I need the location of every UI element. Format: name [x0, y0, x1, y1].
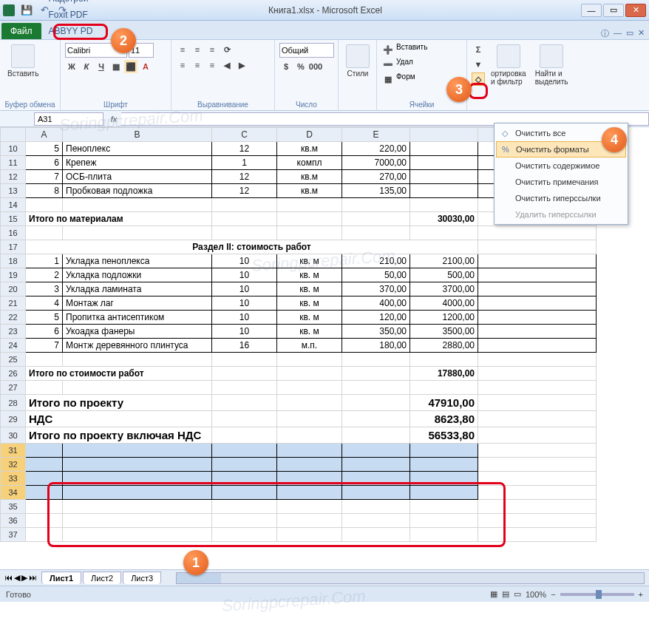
sheet-tab-Лист2[interactable]: Лист2 [83, 572, 121, 584]
cell-10-C[interactable]: 12 [212, 142, 277, 156]
row-header-29[interactable]: 29 [1, 411, 26, 427]
cell-20-F[interactable]: 3700,00 [410, 282, 478, 296]
cell-34-4[interactable] [342, 486, 410, 500]
align-left-button[interactable]: ≡ [176, 58, 189, 72]
sheet-nav-first[interactable]: ⏮ [4, 573, 13, 583]
zoom-in-button[interactable]: + [639, 590, 643, 599]
cell-24-D[interactable]: м.п. [277, 339, 342, 353]
cell-18-B[interactable]: Укладка пеноплекса [63, 254, 212, 268]
cell-16-D[interactable] [277, 226, 342, 240]
indent-dec-button[interactable]: ◀ [220, 58, 234, 72]
find-select-button[interactable]: Найти ивыделить [532, 43, 571, 87]
align-top-button[interactable]: ≡ [176, 43, 189, 56]
align-bottom-button[interactable]: ≡ [205, 43, 219, 56]
cell-10-F[interactable] [410, 142, 478, 156]
paste-button[interactable]: Вставить [4, 43, 41, 79]
cell-32-0[interactable] [26, 458, 63, 472]
cell-30-AB[interactable]: Итого по проекту включая НДС [26, 427, 212, 444]
cell-25-A[interactable] [26, 353, 63, 367]
row-header-13[interactable]: 13 [1, 184, 26, 198]
cell-22-C[interactable]: 10 [212, 311, 277, 325]
cell-37-A[interactable] [26, 528, 63, 542]
cell-27-B[interactable] [63, 381, 212, 395]
sheet-tab-Лист3[interactable]: Лист3 [123, 572, 161, 584]
row-header-18[interactable]: 18 [1, 254, 26, 268]
cell-22-F[interactable]: 1200,00 [410, 311, 478, 325]
cell-14-B[interactable] [63, 198, 212, 212]
clear-menu-item-3[interactable]: Очистить примечания [496, 174, 626, 190]
cell-11-E[interactable]: 7000,00 [342, 156, 410, 170]
tab-foxit pdf[interactable]: Foxit PDF [43, 7, 99, 23]
cell-29-AB[interactable]: НДС [26, 411, 212, 427]
cell-10-B[interactable]: Пеноплекс [63, 142, 212, 156]
cell-25-C[interactable] [212, 353, 277, 367]
cell-33-4[interactable] [342, 472, 410, 486]
cell-25-D[interactable] [277, 353, 342, 367]
cell-13-B[interactable]: Пробковая подложка [63, 184, 212, 198]
row-header-16[interactable]: 16 [1, 226, 26, 240]
sheet-tab-Лист1[interactable]: Лист1 [41, 572, 81, 584]
cell-19-E[interactable]: 50,00 [342, 268, 410, 282]
cell-12-F[interactable] [410, 170, 478, 184]
cell-35-D[interactable] [277, 500, 342, 514]
horizontal-scrollbar[interactable] [176, 572, 645, 584]
row-header-32[interactable]: 32 [1, 458, 26, 472]
cell-section[interactable]: Раздел II: стоимость работ [26, 240, 478, 254]
cell-31-3[interactable] [277, 444, 342, 458]
cell-36-D[interactable] [277, 514, 342, 528]
cell-35-F[interactable] [410, 500, 478, 514]
cell-37-B[interactable] [63, 528, 212, 542]
cell-27-C[interactable] [212, 381, 277, 395]
row-header-21[interactable]: 21 [1, 296, 26, 311]
cell-21-A[interactable]: 4 [26, 296, 63, 311]
bold-button[interactable]: Ж [65, 60, 78, 73]
cell-25-B[interactable] [63, 353, 212, 367]
cell-12-C[interactable]: 12 [212, 170, 277, 184]
row-header-36[interactable]: 36 [1, 514, 26, 528]
cell-18-E[interactable]: 210,00 [342, 254, 410, 268]
cell-35-E[interactable] [342, 500, 410, 514]
cell-10-E[interactable]: 220,00 [342, 142, 410, 156]
row-header-30[interactable]: 30 [1, 427, 26, 444]
cell-22-D[interactable]: кв. м [277, 311, 342, 325]
row-header-34[interactable]: 34 [1, 486, 26, 500]
cell-24-C[interactable]: 16 [212, 339, 277, 353]
cell-24-E[interactable]: 180,00 [342, 339, 410, 353]
styles-button[interactable]: Стили [343, 43, 373, 79]
save-button[interactable]: 💾 [19, 3, 34, 18]
cell-21-D[interactable]: кв. м [277, 296, 342, 311]
cell-23-C[interactable]: 10 [212, 325, 277, 339]
cell-24-F[interactable]: 2880,00 [410, 339, 478, 353]
sort-filter-button[interactable]: ортировкаи фильтр [488, 43, 529, 87]
cell-37-D[interactable] [277, 528, 342, 542]
cell-31-2[interactable] [212, 444, 277, 458]
cell-27-E[interactable] [342, 381, 410, 395]
cell-21-C[interactable]: 10 [212, 296, 277, 311]
cell-27-D[interactable] [277, 381, 342, 395]
col-header-E[interactable]: E [342, 128, 410, 142]
cell-20-E[interactable]: 370,00 [342, 282, 410, 296]
cell-22-E[interactable]: 120,00 [342, 311, 410, 325]
row-header-12[interactable]: 12 [1, 170, 26, 184]
select-all-cell[interactable] [1, 128, 26, 142]
font-color-button[interactable]: A [139, 60, 152, 73]
doc-close-icon[interactable]: ✕ [638, 28, 645, 39]
cell-16-E[interactable] [342, 226, 410, 240]
col-header-B[interactable]: B [63, 128, 212, 142]
cell-13-E[interactable]: 135,00 [342, 184, 410, 198]
orientation-button[interactable]: ⟳ [220, 43, 234, 56]
cell-12-B[interactable]: ОСБ-плита [63, 170, 212, 184]
cell-19-C[interactable]: 10 [212, 268, 277, 282]
cell-34-2[interactable] [212, 486, 277, 500]
help-icon[interactable]: ⓘ [601, 28, 609, 39]
format-cells-button[interactable]: ▦ [381, 72, 395, 86]
cell-14-E[interactable] [342, 198, 410, 212]
cell-21-B[interactable]: Монтаж лаг [63, 296, 212, 311]
cell-31-1[interactable] [63, 444, 212, 458]
cell-22-B[interactable]: Пропитка антисептиком [63, 311, 212, 325]
cell-19-D[interactable]: кв. м [277, 268, 342, 282]
insert-cells-button[interactable]: ➕ [381, 43, 395, 56]
cell-35-B[interactable] [63, 500, 212, 514]
cell-11-A[interactable]: 6 [26, 156, 63, 170]
fx-icon[interactable]: fx [106, 115, 121, 123]
